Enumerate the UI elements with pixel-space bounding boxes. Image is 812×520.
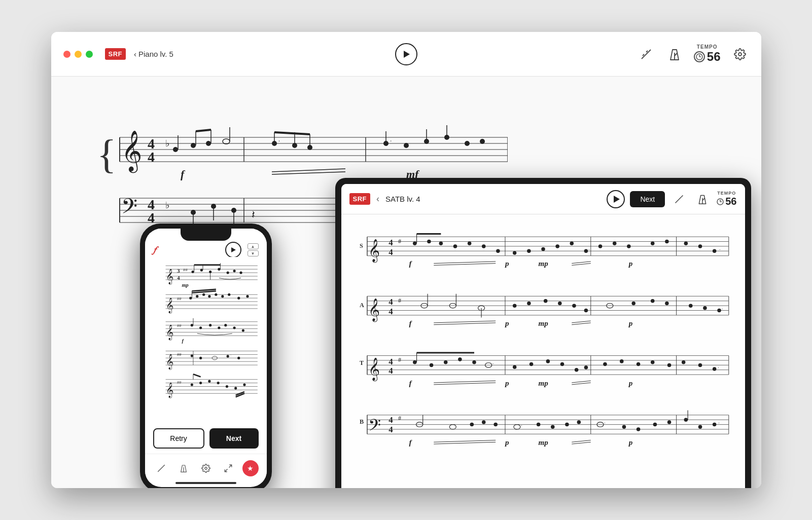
- tablet-metronome-icon[interactable]: [693, 190, 712, 208]
- settings-icon[interactable]: [731, 45, 749, 63]
- svg-text:f: f: [409, 379, 412, 387]
- svg-text:.: .: [390, 136, 392, 143]
- svg-text:4: 4: [148, 149, 155, 165]
- svg-point-156: [527, 302, 531, 306]
- svg-point-256: [653, 423, 657, 427]
- svg-point-290: [233, 270, 235, 272]
- svg-point-211: [650, 360, 654, 364]
- svg-line-131: [572, 262, 591, 264]
- wand-icon[interactable]: [637, 45, 655, 63]
- svg-point-209: [620, 359, 624, 363]
- phone-star-button[interactable]: ★: [242, 460, 259, 476]
- svg-point-254: [622, 425, 626, 429]
- phone-scroll-down-button[interactable]: ▼: [248, 250, 259, 256]
- metronome-icon[interactable]: [665, 45, 684, 63]
- svg-point-99: [439, 242, 443, 246]
- phone-scroll-up-button[interactable]: ▲: [248, 243, 259, 249]
- svg-point-343: [226, 355, 229, 357]
- play-button[interactable]: [395, 43, 417, 65]
- svg-line-46: [274, 132, 310, 134]
- svg-point-58: [480, 139, 485, 144]
- svg-line-78: [676, 197, 682, 203]
- svg-text:4: 4: [389, 366, 393, 376]
- svg-point-339: [190, 354, 193, 357]
- svg-text:B: B: [359, 418, 363, 425]
- phone-metronome-icon[interactable]: [175, 460, 192, 476]
- svg-line-35: [196, 130, 211, 131]
- retry-button[interactable]: Retry: [153, 428, 204, 449]
- svg-text:mp: mp: [538, 259, 548, 268]
- svg-point-112: [541, 247, 545, 251]
- phone-settings-icon[interactable]: [198, 460, 214, 476]
- back-chevron-icon: ‹: [134, 50, 136, 58]
- svg-text:p: p: [504, 319, 509, 327]
- tablet-back-button[interactable]: ‹: [376, 194, 379, 204]
- svg-point-57: [465, 141, 470, 146]
- svg-text:.: .: [492, 360, 493, 365]
- phone-play-button[interactable]: [225, 242, 241, 258]
- tablet-screen: SRF ‹ SATB lv. 4 Next: [341, 184, 745, 488]
- svg-point-168: [717, 309, 721, 313]
- svg-text:{: {: [97, 132, 116, 176]
- svg-text:.: .: [718, 364, 719, 369]
- tempo-display: TEMPO 56: [694, 44, 721, 64]
- svg-text:4: 4: [389, 357, 393, 366]
- svg-point-203: [529, 362, 533, 366]
- svg-point-206: [574, 368, 578, 372]
- svg-text:.: .: [520, 422, 522, 427]
- svg-text:S: S: [359, 242, 363, 249]
- svg-point-120: [650, 242, 654, 246]
- svg-text:f: f: [181, 168, 186, 180]
- svg-point-249: [551, 425, 555, 429]
- tablet-next-button[interactable]: Next: [630, 191, 665, 207]
- phone-expand-icon[interactable]: [220, 460, 236, 476]
- svg-point-122: [684, 242, 688, 246]
- phone-wand-icon[interactable]: [153, 460, 169, 476]
- svg-point-195: [429, 363, 433, 367]
- svg-line-47: [272, 169, 345, 172]
- svg-text:p: p: [504, 379, 509, 387]
- svg-point-204: [546, 359, 550, 363]
- tablet-play-button[interactable]: [607, 190, 625, 208]
- maximize-window-button[interactable]: [86, 51, 93, 58]
- close-window-button[interactable]: [63, 51, 70, 58]
- svg-point-207: [584, 365, 588, 369]
- svg-text:𝄢: 𝄢: [121, 195, 137, 223]
- desktop-window: SRF ‹ Piano lv. 5: [51, 32, 761, 488]
- svg-point-37: [173, 147, 178, 152]
- phone-music-icon: 𝑓: [153, 245, 156, 255]
- svg-text:#: #: [185, 268, 188, 272]
- svg-point-255: [636, 427, 640, 431]
- svg-point-202: [512, 365, 516, 369]
- tablet-wand-icon[interactable]: [670, 190, 688, 208]
- svg-line-1: [649, 50, 651, 52]
- svg-line-175: [572, 321, 591, 323]
- svg-text:𝄞: 𝄞: [166, 298, 173, 314]
- play-icon: [404, 51, 410, 58]
- svg-text:p: p: [504, 438, 509, 447]
- back-button[interactable]: ‹ Piano lv. 5: [134, 50, 173, 58]
- svg-text:𝄞: 𝄞: [368, 239, 379, 263]
- svg-line-3: [646, 51, 648, 52]
- tablet-device: SRF ‹ SATB lv. 4 Next: [335, 178, 751, 488]
- svg-point-210: [636, 362, 640, 366]
- svg-text:f: f: [182, 338, 184, 344]
- svg-text:𝄞: 𝄞: [166, 382, 173, 398]
- svg-point-121: [665, 240, 669, 244]
- svg-point-119: [627, 244, 631, 248]
- svg-point-356: [199, 382, 202, 384]
- svg-text:#: #: [179, 352, 182, 357]
- svg-line-264: [434, 440, 496, 442]
- minimize-window-button[interactable]: [75, 51, 82, 58]
- svg-point-260: [698, 425, 702, 429]
- svg-point-357: [208, 380, 210, 383]
- svg-point-167: [703, 306, 707, 310]
- svg-line-372: [225, 469, 227, 471]
- svg-text:#: #: [179, 323, 182, 328]
- phone-next-button[interactable]: Next: [209, 428, 259, 449]
- svg-line-48: [272, 172, 345, 174]
- svg-point-291: [239, 271, 242, 274]
- svg-line-371: [229, 465, 231, 467]
- svg-text:𝄞: 𝄞: [166, 354, 173, 370]
- svg-text:f: f: [409, 438, 412, 447]
